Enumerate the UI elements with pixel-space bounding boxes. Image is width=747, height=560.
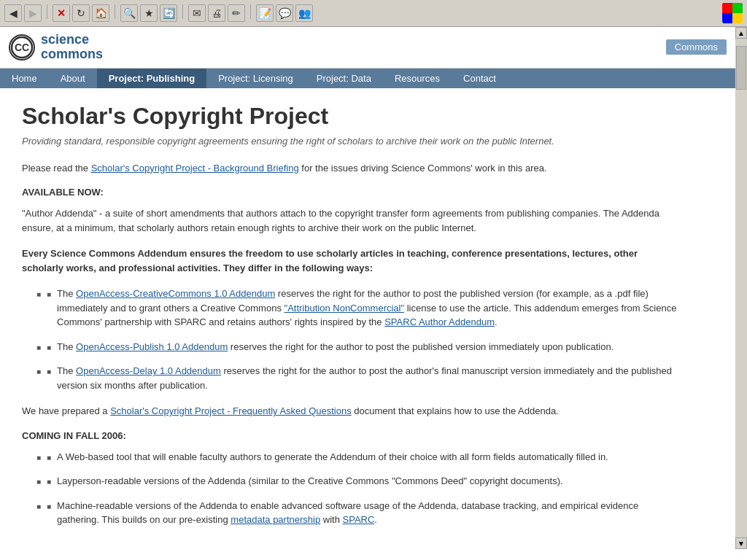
bullet-2: ■ The OpenAccess-Publish 1.0 Addendum re… [36, 340, 678, 354]
scroll-track [735, 39, 747, 537]
attribution-nc-link[interactable]: "Attribution NonCommercial" [285, 303, 405, 314]
bullet-1-square: ■ [47, 289, 51, 330]
available-now-heading: AVAILABLE NOW: [22, 187, 678, 198]
bullet-2-text: The OpenAccess-Publish 1.0 Addendum rese… [57, 340, 614, 354]
coming-bullet-2: ■ Layperson-readable versions of the Add… [36, 474, 678, 489]
logo-area: CC science commons [9, 33, 103, 62]
edit-button[interactable]: ✏ [228, 4, 245, 22]
intro-after: for the issues driving Science Commons' … [299, 163, 547, 174]
favorites-button[interactable]: ★ [140, 4, 158, 22]
faq-paragraph: We have prepared a Scholar's Copyright P… [22, 404, 678, 419]
bullet-3: ■ The OpenAccess-Delay 1.0 Addendum rese… [36, 364, 678, 392]
main-content: Scholar's Copyright Project Providing st… [0, 88, 700, 549]
logo-line1: science [41, 33, 103, 47]
svg-text:CC: CC [15, 42, 29, 53]
sparc-author-addendum-link[interactable]: SPARC Author Addendum [384, 316, 495, 327]
bullet-2-square: ■ [47, 342, 51, 354]
home-button[interactable]: 🏠 [92, 4, 109, 22]
main-area: CC science commons Commons Home About Pr… [0, 27, 735, 549]
nav-licensing[interactable]: Project: Licensing [206, 69, 305, 88]
scroll-up-button[interactable]: ▲ [735, 27, 747, 39]
bullet-3-text: The OpenAccess-Delay 1.0 Addendum reserv… [57, 364, 678, 392]
coming-2-text: Layperson-readable versions of the Adden… [57, 474, 563, 489]
coming-bullet-3: ■ Machine-readable versions of the Adden… [36, 499, 678, 527]
separator-1 [47, 4, 47, 19]
addenda-list: ■ The OpenAccess-CreativeCommons 1.0 Add… [36, 287, 678, 392]
nav-home[interactable]: Home [0, 69, 49, 88]
faq-after: document that explains how to use the Ad… [352, 405, 559, 416]
bullet-1-text: The OpenAccess-CreativeCommons 1.0 Adden… [57, 287, 678, 330]
separator-2 [115, 4, 115, 19]
scroll-thumb[interactable] [736, 46, 746, 90]
separator-4 [250, 4, 251, 19]
coming-1-square: ■ [47, 452, 51, 464]
stop-button[interactable]: ✕ [53, 4, 70, 22]
messenger-button[interactable]: 💬 [276, 4, 293, 22]
nav-about[interactable]: About [49, 69, 97, 88]
refresh-button[interactable]: ↻ [72, 4, 90, 22]
mail-button[interactable]: ✉ [188, 4, 206, 22]
coming-2-square: ■ [47, 476, 51, 489]
bullet-1: ■ The OpenAccess-CreativeCommons 1.0 Add… [36, 287, 678, 330]
every-text-strong: Every Science Commons Addendum ensures t… [22, 248, 638, 273]
oa-publish-link[interactable]: OpenAccess-Publish 1.0 Addendum [76, 341, 228, 352]
bullet-3-square: ■ [47, 366, 51, 392]
nav-data[interactable]: Project: Data [305, 69, 383, 88]
sparc-link[interactable]: SPARC [343, 514, 375, 525]
coming-3-text: Machine-readable versions of the Addenda… [57, 499, 678, 527]
metadata-partnership-link[interactable]: metadata partnership [231, 514, 320, 525]
page-title: Scholar's Copyright Project [22, 103, 678, 130]
print-button[interactable]: 🖨 [208, 4, 225, 22]
search-button[interactable]: 🔍 [120, 4, 138, 22]
history-button[interactable]: 🔄 [160, 4, 177, 22]
coming-bullet-1: ■ A Web-based tool that will enable facu… [36, 450, 678, 464]
site-header: CC science commons Commons [0, 27, 735, 69]
page-wrapper: CC science commons Commons Home About Pr… [0, 27, 747, 549]
page-subtitle: Providing standard, responsible copyrigh… [22, 136, 678, 147]
logo-line2: commons [41, 47, 103, 62]
nav-publishing[interactable]: Project: Publishing [97, 69, 206, 88]
back-button[interactable]: ◀ [4, 4, 22, 22]
coming-3-square: ■ [47, 501, 51, 527]
intro-before: Please read the [22, 163, 91, 174]
browser-toolbar: ◀ ▶ ✕ ↻ 🏠 🔍 ★ 🔄 ✉ 🖨 ✏ 📝 💬 👥 [0, 0, 747, 27]
cc-logo: CC [9, 34, 35, 61]
main-nav: Home About Project: Publishing Project: … [0, 69, 735, 88]
oa-delay-link[interactable]: OpenAccess-Delay 1.0 Addendum [76, 365, 221, 376]
commons-badge: Commons [666, 39, 727, 55]
separator-3 [182, 4, 183, 19]
scrollbar: ▲ ▼ [735, 27, 747, 549]
oa-cc-link[interactable]: OpenAccess-CreativeCommons 1.0 Addendum [76, 288, 275, 299]
faq-before: We have prepared a [22, 405, 110, 416]
coming-fall-heading: COMING IN FALL 2006: [22, 430, 678, 441]
coming-1-text: A Web-based tool that will enable facult… [57, 450, 608, 464]
users-button[interactable]: 👥 [295, 4, 313, 22]
intro-paragraph: Please read the Scholar's Copyright Proj… [22, 161, 678, 176]
notepad-button[interactable]: 📝 [256, 4, 274, 22]
scroll-down-button[interactable]: ▼ [735, 537, 747, 549]
background-briefing-link[interactable]: Scholar's Copyright Project - Background… [91, 163, 299, 174]
logo-text: science commons [41, 33, 103, 62]
forward-button[interactable]: ▶ [24, 4, 42, 22]
coming-list: ■ A Web-based tool that will enable facu… [36, 450, 678, 527]
faq-link[interactable]: Scholar's Copyright Project - Frequently… [110, 405, 352, 416]
every-text: Every Science Commons Addendum ensures t… [22, 246, 678, 275]
nav-contact[interactable]: Contact [452, 69, 508, 88]
nav-resources[interactable]: Resources [383, 69, 452, 88]
windows-logo [722, 3, 743, 23]
author-addenda-text: "Author Addenda" - a suite of short amen… [22, 206, 678, 235]
